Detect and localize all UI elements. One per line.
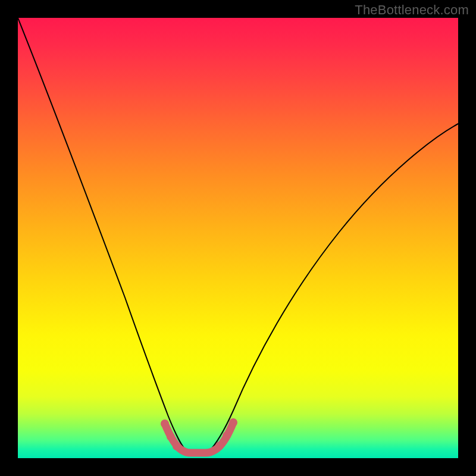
watermark-text: TheBottleneck.com [355,2,469,18]
bottleneck-curve-line [18,18,458,452]
marker-dot [223,431,231,440]
marker-dot [215,441,224,450]
marker-dot [167,433,175,441]
chart-plot-area [18,18,458,458]
marker-dot [173,442,181,450]
marker-dot [161,419,169,428]
chart-svg [18,18,458,458]
marker-dot [229,418,237,427]
